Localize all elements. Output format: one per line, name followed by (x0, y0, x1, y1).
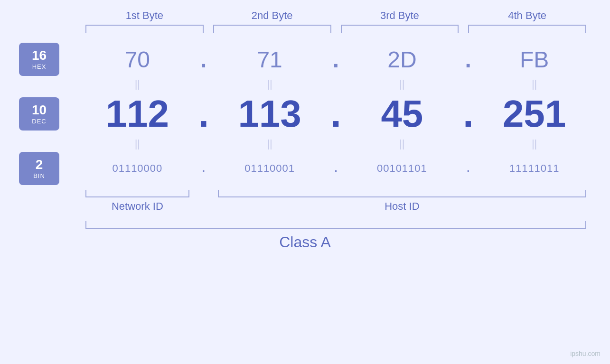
dec-dot-1: . (194, 92, 213, 136)
hex-dot-1: . (194, 47, 213, 73)
bin-val-4: 11111011 (478, 162, 591, 175)
hex-badge-label: HEX (32, 63, 47, 70)
network-id-label: Network ID (81, 200, 194, 213)
class-bracket-container (19, 221, 591, 229)
eq-6: || (213, 139, 327, 149)
dec-val-2: 113 (213, 92, 327, 136)
id-labels-row: Network ID Host ID (19, 200, 591, 213)
bracket-4 (468, 25, 586, 33)
eq-8: || (478, 139, 591, 149)
dec-dot-3: . (459, 92, 478, 136)
class-a-label: Class A (279, 233, 330, 251)
dec-row: 10 DEC 112 . 113 . 45 . 251 (19, 92, 591, 136)
bin-dot-3: . (459, 162, 478, 175)
bin-val-3: 00101101 (346, 162, 459, 175)
bin-badge-label: BIN (33, 172, 45, 179)
dec-dot-2: . (327, 92, 346, 136)
class-a-bracket (85, 221, 586, 229)
main-container: 1st Byte 2nd Byte 3rd Byte 4th Byte 16 H… (0, 0, 610, 364)
byte-header-1: 1st Byte (81, 9, 208, 25)
bin-badge-number: 2 (36, 158, 43, 172)
equals-row-2: || || || || (19, 139, 591, 149)
bin-dot-2: . (327, 162, 346, 175)
dec-val-4: 251 (478, 92, 591, 136)
byte-header-2: 2nd Byte (208, 9, 336, 25)
eq-7: || (346, 139, 459, 149)
bracket-1 (85, 25, 204, 33)
hex-badge: 16 HEX (19, 43, 59, 76)
hex-val-4: FB (478, 47, 591, 73)
bin-badge: 2 BIN (19, 152, 59, 185)
bin-row: 2 BIN 01110000 . 01110001 . 00101101 . 1… (19, 152, 591, 185)
byte-header-4: 4th Byte (463, 9, 591, 25)
bracket-2 (213, 25, 331, 33)
dec-badge-number: 10 (32, 103, 47, 118)
dec-val-3: 45 (346, 92, 459, 136)
hex-dot-3: . (459, 47, 478, 73)
byte-headers-row: 1st Byte 2nd Byte 3rd Byte 4th Byte (19, 9, 591, 25)
hex-badge-number: 16 (32, 48, 47, 63)
byte-header-3: 3rd Byte (336, 9, 464, 25)
eq-5: || (81, 139, 194, 149)
dec-val-1: 112 (81, 92, 194, 136)
equals-row-1: || || || || (19, 79, 591, 89)
bracket-3 (341, 25, 459, 33)
eq-1: || (81, 79, 194, 89)
dec-badge: 10 DEC (19, 97, 59, 131)
bin-val-1: 01110000 (81, 162, 194, 175)
eq-3: || (346, 79, 459, 89)
hex-dot-2: . (327, 47, 346, 73)
bin-val-2: 01110001 (213, 162, 327, 175)
hex-val-2: 71 (213, 47, 327, 73)
network-id-bracket (85, 190, 189, 197)
host-id-label: Host ID (213, 200, 591, 213)
class-label-row: Class A (19, 233, 591, 251)
bottom-bracket-row (19, 190, 591, 197)
host-id-bracket (218, 190, 586, 197)
top-bracket-row (19, 25, 591, 33)
eq-4: || (478, 79, 591, 89)
eq-2: || (213, 79, 327, 89)
hex-val-1: 70 (81, 47, 194, 73)
watermark: ipshu.com (570, 350, 601, 357)
dec-badge-label: DEC (32, 118, 46, 125)
hex-row: 16 HEX 70 . 71 . 2D . FB (19, 43, 591, 76)
hex-val-3: 2D (346, 47, 459, 73)
bin-dot-1: . (194, 162, 213, 175)
